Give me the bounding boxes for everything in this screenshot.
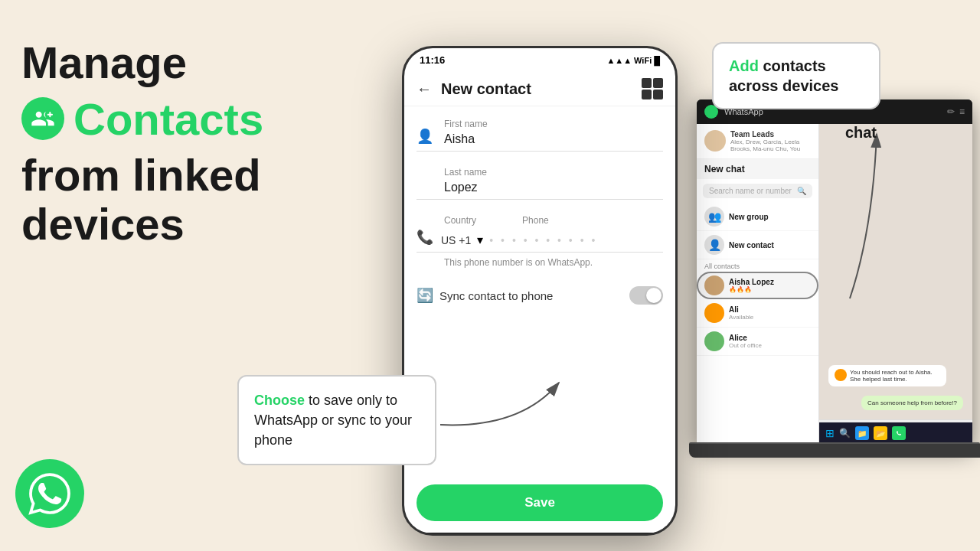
last-name-label: Last name — [444, 167, 663, 178]
new-chat-header: New chat — [697, 159, 818, 179]
contact-header-left: ← New contact — [416, 80, 531, 98]
laptop-base — [689, 444, 980, 458]
desktop-sidebar: Team Leads Alex, Drew, Garcia, Leela Bro… — [697, 124, 819, 444]
sync-row: 🔄 Sync contact to phone — [416, 280, 663, 311]
save-button[interactable]: Save — [416, 484, 663, 521]
ali-avatar — [704, 303, 724, 323]
aisha-name: Aisha Lopez — [729, 278, 811, 286]
desktop-taskbar: ⊞ 🔍 📁 📂 — [819, 422, 972, 444]
taskbar-wa-icon[interactable] — [892, 426, 906, 440]
last-name-value: Lopez — [444, 181, 663, 194]
first-name-row: 👤 First name Aisha — [416, 119, 663, 152]
team-avatar — [704, 130, 726, 152]
phone-mockup: 11:16 ▲▲▲ WiFi █ ← New contact 👤 — [402, 46, 678, 536]
edit-icon[interactable]: ✏ — [947, 106, 955, 117]
sync-left: 🔄 Sync contact to phone — [416, 287, 553, 304]
person-icon: 👤 — [416, 128, 435, 145]
last-name-row: Last name Lopez — [416, 167, 663, 200]
phone-status-icons: ▲▲▲ WiFi █ — [606, 56, 660, 65]
back-arrow-icon[interactable]: ← — [416, 80, 432, 98]
country-label: Country — [444, 215, 476, 226]
wifi-icon: WiFi — [634, 56, 652, 65]
first-name-label: First name — [444, 119, 663, 129]
ali-item[interactable]: Ali Available — [697, 299, 818, 328]
phone-row: 📞 US +1 ▾ • • • • • • • • • • — [416, 229, 663, 253]
new-group-info: New group — [729, 213, 811, 221]
phone-field-labels: Country Phone — [444, 215, 663, 226]
ali-name: Ali — [729, 305, 811, 314]
first-name-value: Aisha — [444, 132, 663, 146]
sync-toggle[interactable] — [629, 286, 663, 305]
phone-icon: 📞 — [416, 229, 435, 246]
all-contacts-label: All contacts — [697, 259, 818, 272]
headline-line4: devices — [21, 200, 374, 249]
chat-label: chat — [845, 124, 877, 142]
new-contact-title: New contact — [441, 80, 531, 98]
aisha-sub: 🔥🔥🔥 — [729, 286, 811, 293]
contacts-word: Contacts — [74, 93, 263, 145]
wa-logo-circle — [15, 459, 84, 528]
signal-icon: ▲▲▲ — [606, 56, 632, 65]
last-name-field[interactable]: Last name Lopez — [444, 167, 663, 194]
phone-number-dots: • • • • • • • • • • — [489, 234, 597, 246]
desktop-main: You should reach out to Aisha. She helpe… — [819, 124, 972, 444]
contacts-line: Contacts — [21, 93, 374, 145]
taskbar-files-icon[interactable]: 📁 — [855, 426, 869, 440]
team-leads-row: Team Leads Alex, Drew, Garcia, Leela Bro… — [704, 130, 811, 152]
team-leads-item[interactable]: Team Leads Alex, Drew, Garcia, Leela Bro… — [697, 124, 818, 159]
search-icon: 🔍 — [797, 187, 806, 195]
new-group-label: New group — [729, 213, 811, 221]
top-right-callout: Add contacts across devices — [712, 42, 880, 109]
country-value[interactable]: US +1 — [441, 234, 471, 246]
alice-sub: Out of office — [729, 342, 811, 349]
dropdown-icon[interactable]: ▾ — [477, 233, 483, 247]
alice-item[interactable]: Alice Out of office — [697, 328, 818, 356]
desktop-body: Team Leads Alex, Drew, Garcia, Leela Bro… — [697, 124, 972, 444]
new-contact-icon: 👤 — [704, 235, 724, 255]
windows-icon[interactable]: ⊞ — [825, 427, 835, 439]
sync-label: Sync contact to phone — [439, 289, 553, 302]
alice-info: Alice Out of office — [729, 334, 811, 349]
new-group-item[interactable]: 👥 New group — [697, 203, 818, 231]
taskbar-folder-icon[interactable]: 📂 — [874, 426, 887, 440]
taskbar-search-icon[interactable]: 🔍 — [839, 428, 851, 439]
qr-icon[interactable] — [642, 78, 663, 99]
chat-msg-1: You should reach out to Aisha. She helpe… — [828, 365, 946, 386]
left-section: Manage Contacts from linked devices — [21, 38, 374, 248]
contacts-icon — [21, 97, 64, 140]
desktop-top-icons: ✏ ≡ — [947, 106, 965, 117]
battery-icon: █ — [654, 56, 660, 65]
new-contact-info: New contact — [729, 241, 811, 249]
desktop-search[interactable]: Search name or number 🔍 — [703, 184, 812, 198]
team-info: Team Leads Alex, Drew, Garcia, Leela Bro… — [730, 130, 811, 152]
chat-messages: You should reach out to Aisha. She helpe… — [819, 124, 972, 419]
wa-phone-note: This phone number is on WhatsApp. — [444, 257, 663, 268]
ali-sub: Available — [729, 314, 811, 321]
phone-time: 11:16 — [420, 54, 445, 66]
headline-line1: Manage — [21, 38, 374, 87]
new-contact-item[interactable]: 👤 New contact — [697, 231, 818, 259]
aisha-lopez-item[interactable]: Aisha Lopez 🔥🔥🔥 — [697, 272, 818, 299]
aisha-avatar — [704, 276, 724, 295]
team-name: Team Leads — [730, 130, 811, 139]
chat-msg-1-text: You should reach out to Aisha. She helpe… — [850, 369, 940, 383]
callout-highlight: Choose — [254, 393, 305, 408]
callout-top-highlight: Add — [729, 57, 759, 74]
alice-name: Alice — [729, 334, 811, 342]
alice-avatar — [704, 331, 724, 351]
aisha-info: Aisha Lopez 🔥🔥🔥 — [729, 278, 811, 293]
chat-msg-2: Can someone help from before!? — [861, 396, 963, 410]
phone-screen: ← New contact 👤 First name Aisha — [404, 69, 675, 533]
search-placeholder: Search name or number — [709, 187, 792, 195]
new-contact-label: New contact — [729, 241, 811, 249]
headline-line3: from linked — [21, 151, 374, 200]
contact-form: 👤 First name Aisha Last name Lopez Count… — [404, 106, 675, 323]
contact-header: ← New contact — [404, 69, 675, 106]
laptop-screen: WhatsApp ✏ ≡ Team Leads Alex, Drew, Garc… — [697, 99, 972, 444]
phone-row-content: US +1 ▾ • • • • • • • • • • — [441, 233, 597, 247]
callout-bottom-box: Choose to save only to WhatsApp or sync … — [237, 375, 436, 465]
wa-logo — [15, 459, 84, 528]
new-group-icon: 👥 — [704, 207, 724, 227]
first-name-field[interactable]: First name Aisha — [444, 119, 663, 146]
menu-icon[interactable]: ≡ — [959, 106, 965, 117]
